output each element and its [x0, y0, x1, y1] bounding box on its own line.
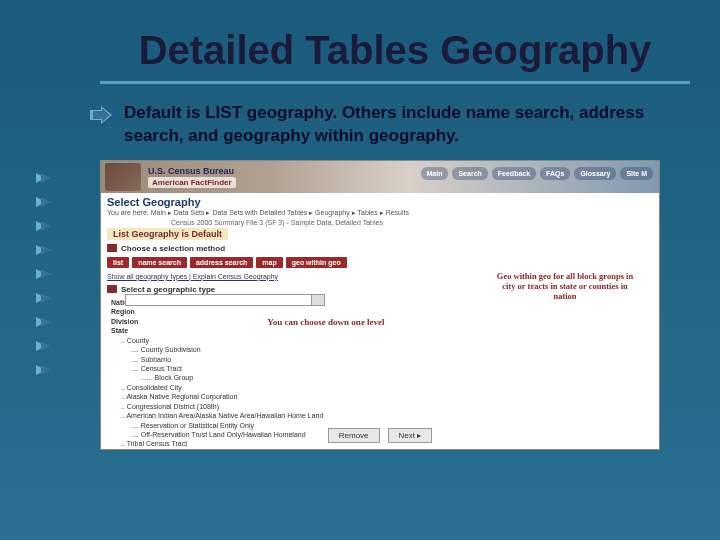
tab-name-search[interactable]: name search: [132, 257, 187, 268]
next-button[interactable]: Next ▸: [388, 428, 433, 443]
app-header: U.S. Census Bureau American FactFinder M…: [101, 161, 659, 193]
tab-map[interactable]: map: [256, 257, 282, 268]
logo-factfinder: American FactFinder: [148, 177, 236, 188]
geo-list-item[interactable]: .. American Indian Area/Alaska Native Ar…: [111, 411, 653, 420]
header-photo-icon: [105, 163, 141, 191]
logo-top: U.S. Census Bureau: [148, 166, 236, 176]
embedded-screenshot: U.S. Census Bureau American FactFinder M…: [100, 160, 660, 450]
slide-decorative-arrows: [36, 170, 62, 386]
section-title: Select Geography: [101, 193, 659, 209]
tab-list[interactable]: list: [107, 257, 129, 268]
geo-list-item[interactable]: ...... Block Group: [111, 373, 653, 382]
step1-label: Choose a selection method: [121, 244, 225, 253]
default-label-callout: List Geography is Default: [107, 228, 228, 240]
nav-search[interactable]: Search: [452, 167, 487, 180]
nav-sitemap[interactable]: Site M: [620, 167, 653, 180]
geo-type-dropdown[interactable]: [125, 294, 325, 306]
slide-title: Detailed Tables Geography: [0, 0, 720, 81]
context-subline: Census 2000 Summary File 3 (SF 3) - Samp…: [101, 219, 659, 226]
bullet-text: Default is LIST geography. Others includ…: [124, 102, 680, 148]
method-tabs: list name search address search map geo …: [101, 255, 659, 270]
geo-list-item[interactable]: .... County Subdivision: [111, 345, 653, 354]
geo-list-item[interactable]: .. Congressional District (108th): [111, 402, 653, 411]
nav-glossary[interactable]: Glossary: [574, 167, 616, 180]
step-choose-method: Choose a selection method: [101, 242, 659, 255]
geo-list-item[interactable]: .. Alaska Native Regional Corporation: [111, 392, 653, 401]
step-marker-icon: [107, 244, 117, 252]
annotation-geo-within-geo: Geo within geo for all block groups in c…: [495, 271, 635, 302]
geo-list-item[interactable]: .... Subbarrio: [111, 355, 653, 364]
step2-label: Select a geographic type: [121, 285, 215, 294]
nav-main[interactable]: Main: [421, 167, 449, 180]
bullet-row: Default is LIST geography. Others includ…: [0, 84, 720, 160]
nav-feedback[interactable]: Feedback: [492, 167, 536, 180]
button-row: Remove Next ▸: [101, 428, 659, 443]
breadcrumb: You are here: Main ▸ Data Sets ▸ Data Se…: [101, 209, 659, 219]
bullet-icon: [90, 106, 112, 124]
tab-geo-within-geo[interactable]: geo within geo: [286, 257, 347, 268]
geo-list-item[interactable]: .. County: [111, 336, 653, 345]
geo-list-item[interactable]: .... Tribal Subdivision/Remainder: [111, 449, 653, 450]
remove-button[interactable]: Remove: [328, 428, 380, 443]
annotation-choose-down: You can choose down one level: [251, 317, 401, 328]
nav-faqs[interactable]: FAQs: [540, 167, 570, 180]
geo-list-item[interactable]: .. Consolidated City: [111, 383, 653, 392]
tab-address-search[interactable]: address search: [190, 257, 253, 268]
step-marker-icon: [107, 285, 117, 293]
geo-list-item[interactable]: .... Census Tract: [111, 364, 653, 373]
header-nav: Main Search Feedback FAQs Glossary Site …: [421, 167, 654, 180]
geo-list-item[interactable]: Region: [111, 307, 653, 316]
